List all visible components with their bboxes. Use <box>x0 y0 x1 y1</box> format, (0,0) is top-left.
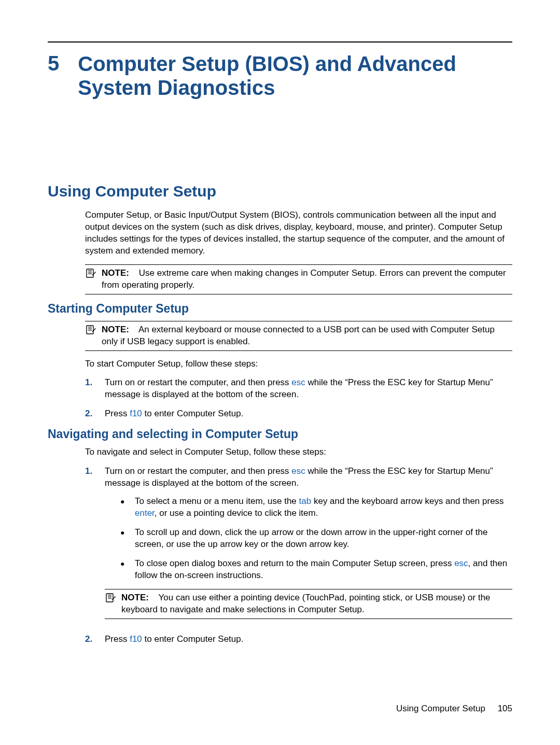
note-text: You can use either a pointing device (To… <box>121 593 491 614</box>
section2-steps: 1. Turn on or restart the computer, and … <box>85 377 512 420</box>
step-text-post: to enter Computer Setup. <box>142 634 244 644</box>
note-block-2: NOTE: An external keyboard or mouse conn… <box>85 321 512 351</box>
note-block-1: NOTE: Use extreme care when making chang… <box>85 264 512 294</box>
key-esc: esc <box>291 377 305 387</box>
key-esc: esc <box>454 558 468 568</box>
footer-page-number: 105 <box>498 704 512 713</box>
step-item: 2. Press f10 to enter Computer Setup. <box>85 408 512 420</box>
bullet-text: To scroll up and down, click the up arro… <box>135 527 512 551</box>
key-f10: f10 <box>130 409 142 418</box>
step-text-pre: Turn on or restart the computer, and the… <box>105 466 291 476</box>
key-esc: esc <box>291 466 305 476</box>
bullet-list: ● To select a menu or a menu item, use t… <box>120 496 512 582</box>
bullet-dot: ● <box>120 558 125 569</box>
note-icon <box>105 593 116 608</box>
note-block-3: NOTE: You can use either a pointing devi… <box>105 589 512 619</box>
bullet-dot: ● <box>120 496 125 507</box>
note-label: NOTE: <box>102 325 129 334</box>
section3-steps: 1. Turn on or restart the computer, and … <box>85 466 512 645</box>
section-heading-using: Using Computer Setup <box>48 182 512 200</box>
step-item: 2. Press f10 to enter Computer Setup. <box>85 634 512 645</box>
bullet-item: ● To scroll up and down, click the up ar… <box>120 527 512 551</box>
note-label: NOTE: <box>102 268 129 278</box>
step-item: 1. Turn on or restart the computer, and … <box>85 377 512 401</box>
key-f10: f10 <box>130 634 142 644</box>
key-tab: tab <box>299 496 312 506</box>
bullet-item: ● To select a menu or a menu item, use t… <box>120 496 512 519</box>
bullet-pre: To close open dialog boxes and return to… <box>135 558 454 568</box>
step-text-pre: Press <box>105 634 130 644</box>
page-content: 5 Computer Setup (BIOS) and Advanced Sys… <box>0 0 560 645</box>
key-enter: enter <box>135 508 155 518</box>
note-label: NOTE: <box>121 593 149 602</box>
bullet-pre: To select a menu or a menu item, use the <box>135 496 299 506</box>
note-text: Use extreme care when making changes in … <box>102 268 506 290</box>
step-text-pre: Press <box>105 409 130 418</box>
step-text-post: to enter Computer Setup. <box>142 409 244 418</box>
chapter-header: 5 Computer Setup (BIOS) and Advanced Sys… <box>48 52 512 100</box>
note-text: An external keyboard or mouse connected … <box>102 325 495 346</box>
bullet-dot: ● <box>120 527 125 538</box>
bullet-item: ● To close open dialog boxes and return … <box>120 558 512 582</box>
note-icon <box>85 268 96 283</box>
step-number: 2. <box>85 634 94 645</box>
step-number: 1. <box>85 466 94 477</box>
top-rule <box>48 41 512 43</box>
section-heading-starting: Starting Computer Setup <box>48 302 512 316</box>
section3-intro: To navigate and select in Computer Setup… <box>85 446 512 458</box>
step-text-pre: Turn on or restart the computer, and the… <box>105 377 291 387</box>
page-footer: Using Computer Setup 105 <box>396 704 512 714</box>
step-number: 1. <box>85 377 94 389</box>
bullet-mid: key and the keyboard arrow keys and then… <box>311 496 503 506</box>
note-icon <box>85 325 96 340</box>
chapter-title: Computer Setup (BIOS) and Advanced Syste… <box>78 52 512 100</box>
chapter-number: 5 <box>48 52 59 75</box>
section-heading-navigating: Navigating and selecting in Computer Set… <box>48 427 512 441</box>
step-item: 1. Turn on or restart the computer, and … <box>85 466 512 626</box>
footer-section: Using Computer Setup <box>396 704 485 713</box>
section2-intro: To start Computer Setup, follow these st… <box>85 358 512 370</box>
bullet-post: , or use a pointing device to click the … <box>155 508 318 518</box>
section1-intro: Computer Setup, or Basic Input/Output Sy… <box>85 209 512 257</box>
step-number: 2. <box>85 408 94 420</box>
